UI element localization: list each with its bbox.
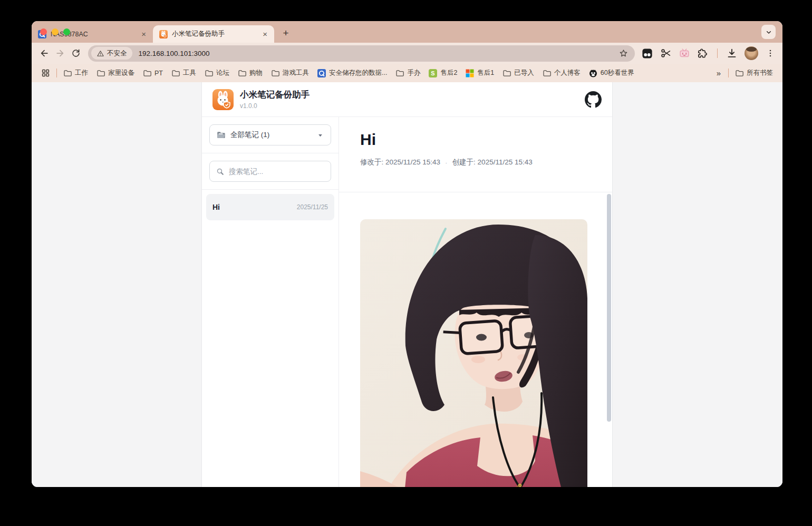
bookmark-folder-pt[interactable]: PT: [139, 67, 167, 80]
folder-icon: [143, 69, 151, 77]
extensions-puzzle-icon[interactable]: [697, 47, 709, 59]
bookmark-label: 已导入: [514, 69, 534, 77]
bookmark-label: 购物: [249, 69, 263, 77]
folder-icon: [96, 69, 105, 77]
bookmark-folder-figures[interactable]: 手办: [391, 66, 424, 80]
search-icon: [216, 167, 224, 176]
note-item-date: 2025/11/25: [297, 203, 328, 211]
bookmark-folder-work[interactable]: 工作: [59, 66, 92, 80]
folder-icon: [502, 69, 511, 77]
warning-triangle-icon: [96, 50, 104, 57]
bookmarks-overflow-button[interactable]: »: [711, 69, 726, 77]
microsoft-icon: [466, 69, 474, 77]
shopify-icon: [429, 69, 437, 77]
reload-icon: [71, 48, 81, 58]
bookmark-label: 工具: [183, 69, 196, 77]
downloads-icon[interactable]: [726, 47, 738, 59]
page-viewport: 小米笔记备份助手 v1.0.0 全部笔记 (1): [32, 82, 782, 487]
bookmarks-divider: [728, 69, 729, 77]
new-tab-button[interactable]: +: [278, 26, 293, 41]
note-created-at: 创建于: 2025/11/25 15:43: [452, 158, 533, 167]
minimize-window-button[interactable]: [52, 28, 59, 35]
search-input[interactable]: [229, 168, 324, 176]
note-photo-selfie: [360, 219, 587, 487]
window-controls: [40, 28, 70, 35]
folder-icon: [63, 69, 72, 77]
bilibili-tv-extension-icon[interactable]: [679, 47, 690, 59]
bookmark-folder-tools[interactable]: 工具: [167, 66, 200, 80]
bookmarks-bar: 工作 家里设备 PT 工具 论坛 购物 游戏工具 安全储存您的数据... 手办 …: [32, 64, 782, 82]
cat-icon: [589, 69, 597, 77]
bookmark-label: 手办: [407, 69, 420, 77]
app-title: 小米笔记备份助手: [240, 89, 310, 101]
zoom-window-button[interactable]: [63, 28, 70, 35]
note-modified-at: 修改于: 2025/11/25 15:43: [360, 158, 440, 167]
bookmark-label: 安全储存您的数据...: [329, 69, 387, 77]
note-body: [339, 192, 612, 487]
bookmark-folder-home-devices[interactable]: 家里设备: [92, 66, 139, 80]
close-tab-icon[interactable]: ×: [261, 30, 269, 38]
note-item-title: Hi: [212, 203, 220, 211]
profile-avatar[interactable]: [745, 46, 758, 60]
security-label: 不安全: [107, 49, 127, 58]
bookmark-aftersale-1[interactable]: 售后1: [461, 66, 498, 80]
url-text: 192.168.100.101:3000: [139, 50, 615, 57]
apps-grid-button[interactable]: [37, 66, 54, 80]
caret-down-icon: [316, 131, 324, 139]
extension-icons: [639, 46, 778, 60]
folder-icon: [543, 69, 551, 77]
browser-window: NAS5878AC × 小米笔记备份助手 × + 不安全 192.168.100…: [32, 21, 782, 487]
forward-arrow-icon: [55, 48, 65, 59]
bookmark-aftersale-2[interactable]: 售后2: [424, 66, 461, 80]
back-button[interactable]: [36, 45, 52, 61]
bookmark-60s-world[interactable]: 60秒看世界: [585, 66, 639, 80]
meta-separator: ·: [445, 159, 448, 167]
bookmark-folder-forum[interactable]: 论坛: [200, 66, 234, 80]
bookmark-qnap[interactable]: 安全储存您的数据...: [313, 66, 391, 80]
all-bookmarks-button[interactable]: 所有书签: [731, 66, 777, 80]
bookmark-folder-game-tools[interactable]: 游戏工具: [267, 66, 313, 80]
reload-button[interactable]: [68, 45, 84, 61]
clipper-scissors-extension-icon[interactable]: [660, 47, 672, 59]
content-scrollbar-thumb[interactable]: [607, 194, 611, 422]
forward-button[interactable]: [52, 45, 68, 61]
note-meta: 修改于: 2025/11/25 15:43 · 创建于: 2025/11/25 …: [360, 158, 591, 167]
menu-kebab-icon[interactable]: [765, 48, 776, 59]
note-list-item[interactable]: Hi 2025/11/25: [206, 194, 334, 220]
qnap-icon: [317, 69, 326, 77]
site-security-chip[interactable]: 不安全: [91, 47, 132, 60]
bookmark-star-button[interactable]: [618, 48, 629, 59]
bookmark-label: 售后2: [440, 69, 457, 77]
github-link[interactable]: [585, 91, 602, 108]
bookmark-label: 论坛: [216, 69, 229, 77]
bookmark-folder-blog[interactable]: 个人博客: [538, 66, 585, 80]
github-icon: [585, 91, 602, 108]
folder-icon: [205, 69, 213, 77]
app-title-block: 小米笔记备份助手 v1.0.0: [240, 89, 310, 110]
folder-icon: [735, 69, 743, 77]
bookmark-label: PT: [154, 70, 163, 77]
close-window-button[interactable]: [40, 28, 47, 35]
toolbar-divider: [717, 48, 718, 58]
note-detail-header: Hi 修改于: 2025/11/25 15:43 · 创建于: 2025/11/…: [339, 117, 612, 192]
folder-filter-section: 全部笔记 (1): [202, 117, 339, 153]
bookmark-folder-imported[interactable]: 已导入: [498, 66, 538, 80]
app-columns: 全部笔记 (1) Hi 2025/11/25: [202, 117, 612, 487]
tab-xiaomi-notes[interactable]: 小米笔记备份助手 ×: [153, 25, 274, 43]
folder-tray-icon: [216, 130, 226, 140]
folder-filter-select[interactable]: 全部笔记 (1): [209, 124, 331, 145]
browser-toolbar: 不安全 192.168.100.101:3000: [32, 43, 782, 64]
bookmark-label: 所有书签: [747, 69, 773, 77]
bookmark-label: 家里设备: [108, 69, 134, 77]
rabbit-favicon: [159, 30, 168, 38]
apps-grid-icon: [41, 69, 50, 77]
tampermonkey-extension-icon[interactable]: [641, 47, 653, 60]
close-tab-icon[interactable]: ×: [140, 30, 148, 38]
tab-search-button[interactable]: [761, 25, 776, 39]
address-bar[interactable]: 不安全 192.168.100.101:3000: [88, 45, 635, 62]
star-icon: [618, 48, 629, 59]
bookmarks-divider: [56, 69, 57, 77]
app-version: v1.0.0: [240, 102, 310, 110]
bookmark-folder-shopping[interactable]: 购物: [234, 66, 267, 80]
folder-icon: [271, 69, 279, 77]
